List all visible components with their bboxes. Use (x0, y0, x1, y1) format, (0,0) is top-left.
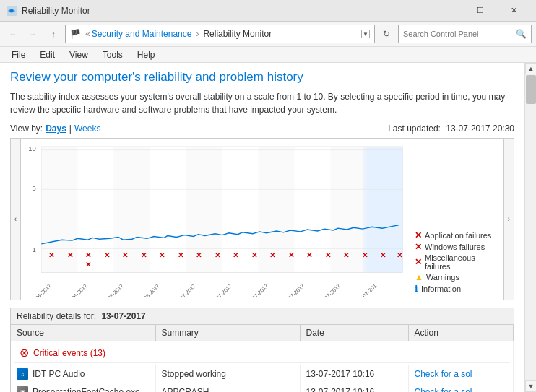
content-area: Review your computer's reliability and p… (0, 63, 524, 392)
refresh-button[interactable]: ↻ (378, 25, 395, 43)
menu-help[interactable]: Help (131, 48, 161, 61)
last-updated: Last updated: 13-07-2017 20:30 (388, 123, 514, 134)
address-box[interactable]: 🏴 « Security and Maintenance › Reliabili… (65, 25, 375, 43)
addressbar: ← → ↑ 🏴 « Security and Maintenance › Rel… (0, 22, 536, 47)
close-button[interactable]: ✕ (497, 0, 530, 22)
right-scrollbar[interactable]: ▲ ▼ (524, 63, 536, 392)
cell-source-1: ♫ IDT PC Audio (11, 365, 155, 383)
critical-events-row: ⊗ Critical events (13) (11, 341, 514, 365)
legend-label-info: Information (421, 284, 461, 293)
legend-label-warnings: Warnings (426, 273, 459, 282)
page-description: The stability index assesses your system… (10, 90, 514, 116)
svg-text:✕: ✕ (215, 251, 220, 259)
dropdown-arrow[interactable]: ▼ (361, 30, 370, 38)
action-link-2[interactable]: Check for a sol (415, 387, 472, 392)
reliability-chart: ‹ 10 5 (10, 138, 514, 300)
details-section: Reliability details for: 13-07-2017 Sour… (10, 308, 514, 392)
legend-label-win: Windows failures (425, 243, 485, 251)
svg-text:04-07-2017: 04-07-2017 (209, 282, 233, 297)
cell-date-2: 13-07-2017 10:16 (300, 383, 408, 393)
viewby-days[interactable]: Days (46, 123, 66, 134)
forward-button[interactable]: → (25, 25, 42, 43)
cell-action-1: Check for a sol (408, 365, 514, 383)
cell-summary-2: APPCRASH (155, 383, 300, 393)
svg-text:02-07-2017: 02-07-2017 (173, 282, 197, 297)
search-box[interactable]: 🔍 (398, 25, 532, 43)
col-summary: Summary (155, 325, 300, 341)
svg-text:✕: ✕ (85, 261, 91, 269)
viewby-row: View by: Days | Weeks Last updated: 13-0… (10, 123, 514, 134)
table-row[interactable]: ♫ IDT PC Audio Stopped working 13-07-201… (11, 365, 514, 383)
svg-text:✕: ✕ (178, 251, 183, 259)
chart-left-arrow[interactable]: ‹ (11, 139, 21, 300)
titlebar: Reliability Monitor — ☐ ✕ (0, 0, 536, 22)
viewby-weeks[interactable]: Weeks (74, 123, 100, 134)
legend-label-app: Application failures (425, 231, 491, 240)
legend-label-misc: Miscellaneous failures (425, 253, 499, 271)
scrollbar-down-arrow[interactable]: ▼ (525, 380, 536, 392)
scrollbar-thumb[interactable] (526, 75, 536, 104)
breadcrumb: 🏴 « Security and Maintenance › Reliabili… (70, 29, 358, 39)
breadcrumb-separator: « (85, 29, 90, 39)
svg-text:✕: ✕ (141, 251, 147, 259)
svg-text:✕: ✕ (48, 251, 54, 259)
details-bar: Reliability details for: 13-07-2017 (10, 308, 514, 325)
chart-right-arrow[interactable]: › (503, 139, 514, 300)
chart-body[interactable]: 10 5 1 ✕ ✕ ✕ (21, 139, 410, 300)
page-title: Review your computer's reliability and p… (10, 70, 514, 84)
legend-info: ℹ Information (415, 284, 499, 294)
svg-text:1: 1 (33, 245, 36, 253)
search-icon: 🔍 (516, 29, 527, 39)
details-table-wrapper: Source Summary Date Action (10, 325, 514, 392)
svg-text:✕: ✕ (397, 251, 402, 259)
svg-text:✕: ✕ (306, 251, 312, 259)
back-button[interactable]: ← (4, 25, 22, 43)
last-updated-value: 13-07-2017 20:30 (446, 123, 514, 134)
cell-date-1: 13-07-2017 10:16 (300, 365, 408, 383)
menu-edit[interactable]: Edit (34, 48, 61, 61)
svg-text:06-07-2017: 06-07-2017 (245, 282, 269, 297)
content-wrapper: Review your computer's reliability and p… (0, 63, 536, 392)
svg-text:✕: ✕ (122, 251, 128, 259)
svg-point-1 (10, 9, 13, 12)
window-title: Reliability Monitor (22, 6, 431, 16)
svg-text:10-07-2017: 10-07-2017 (317, 282, 342, 297)
app-icon-2: ▣ (17, 386, 28, 392)
svg-text:12-07-201: 12-07-201 (355, 282, 378, 297)
critical-label: Critical events (13) (33, 348, 105, 358)
scrollbar-up-arrow[interactable]: ▲ (525, 63, 536, 74)
menu-file[interactable]: File (6, 48, 31, 61)
details-label: Reliability details for: 13-07-2017 (17, 311, 146, 321)
svg-text:✕: ✕ (104, 251, 110, 259)
search-input[interactable] (403, 30, 513, 38)
table-row[interactable]: ▣ PresentationFontCache.exe APPCRASH 13-… (11, 383, 514, 393)
svg-text:28-06-2017: 28-06-2017 (100, 282, 125, 297)
svg-text:26-06-2017: 26-06-2017 (64, 282, 89, 297)
svg-text:✕: ✕ (251, 251, 257, 259)
breadcrumb-arrow: › (196, 29, 199, 39)
svg-text:✕: ✕ (362, 251, 368, 259)
svg-text:✕: ✕ (343, 251, 349, 259)
cell-action-2: Check for a sol (408, 383, 514, 393)
menubar: File Edit View Tools Help (0, 47, 536, 63)
svg-text:10: 10 (28, 145, 35, 153)
last-updated-label: Last updated: (388, 123, 441, 134)
legend-warnings: ▲ Warnings (415, 272, 499, 282)
legend-win-failures: ✕ Windows failures (415, 242, 499, 252)
minimize-button[interactable]: — (431, 0, 464, 22)
scrollbar-track[interactable] (525, 74, 536, 380)
table-header-row: Source Summary Date Action (11, 325, 514, 341)
legend-misc-failures: ✕ Miscellaneous failures (415, 253, 499, 271)
svg-text:30-06-2017: 30-06-2017 (137, 282, 161, 297)
up-button[interactable]: ↑ (45, 25, 62, 43)
viewby-label: View by: (10, 123, 43, 134)
action-link-1[interactable]: Check for a sol (415, 369, 472, 379)
svg-text:✕: ✕ (67, 251, 73, 259)
menu-view[interactable]: View (64, 48, 94, 61)
menu-tools[interactable]: Tools (97, 48, 129, 61)
maximize-button[interactable]: ☐ (464, 0, 497, 22)
svg-text:✕: ✕ (380, 251, 386, 259)
viewby-controls: View by: Days | Weeks (10, 123, 100, 134)
col-action: Action (408, 325, 514, 341)
chart-legend: ✕ Application failures ✕ Windows failure… (410, 139, 503, 300)
